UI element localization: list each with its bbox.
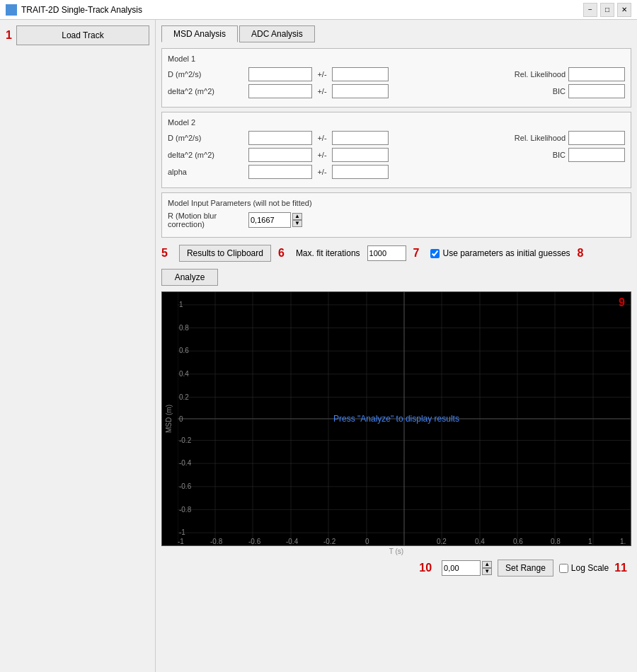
model2-alpha-pm-input[interactable] [332, 165, 389, 179]
chart-message: Press "Analyze" to display results [333, 414, 459, 424]
svg-text:-0.4: -0.4 [286, 538, 298, 545]
model2-rel-group: Rel. Likelihood [515, 131, 625, 145]
range-spin-up[interactable]: ▲ [482, 561, 492, 568]
model1-rel-input[interactable] [568, 67, 625, 81]
chart-y-label: MSD (m) [165, 405, 173, 433]
load-track-button[interactable]: Load Track [16, 25, 149, 45]
model1-d-input[interactable] [248, 67, 312, 81]
use-params-label: Use parameters as initial guesses [442, 248, 570, 258]
svg-text:1.: 1. [620, 538, 626, 545]
model1-rellikelihood-group: Rel. Likelihood [515, 67, 625, 81]
model1-delta-input[interactable] [248, 84, 312, 98]
svg-text:-0.2: -0.2 [179, 436, 191, 444]
badge-10: 10 [419, 562, 432, 574]
model1-label: Model 1 [168, 54, 625, 63]
svg-text:-0.6: -0.6 [179, 482, 191, 490]
main-layout: 1 Load Track MSD Analysis ADC Analysis M… [0, 20, 637, 672]
analyze-button[interactable]: Analyze [161, 269, 218, 286]
toolbar-row: 5 Results to Clipboard 6 Max. fit iterat… [161, 245, 631, 286]
model-input-r-row: R (Motion blur correction) ▲ ▼ [168, 212, 625, 228]
model2-d-row: D (m^2/s) +/- Rel. Likelihood [168, 131, 625, 145]
right-panel: MSD Analysis ADC Analysis Model 1 D (m^2… [156, 20, 637, 672]
model1-delta-pm: +/- [315, 87, 329, 95]
use-params-checkbox[interactable] [430, 249, 440, 258]
app-icon [6, 4, 17, 16]
model1-d-row: D (m^2/s) +/- Rel. Likelihood [168, 67, 625, 81]
model1-delta-label: delta^2 (m^2) [168, 87, 246, 95]
range-spinbox[interactable]: ▲ ▼ [442, 560, 492, 576]
svg-text:0.2: 0.2 [179, 393, 189, 400]
badge-5: 5 [161, 247, 168, 260]
model2-bic-group: BIC [553, 148, 625, 162]
badge-8: 8 [578, 247, 584, 260]
max-iter-input[interactable] [367, 245, 406, 261]
model2-label: Model 2 [168, 118, 625, 127]
badge-9: 9 [619, 296, 625, 309]
model2-bic-input[interactable] [568, 148, 625, 162]
model1-bic-group: BIC [553, 84, 625, 98]
svg-text:1: 1 [588, 538, 592, 545]
svg-text:-0.8: -0.8 [210, 538, 222, 545]
model1-bic-input[interactable] [568, 84, 625, 98]
model2-delta-row: delta^2 (m^2) +/- BIC [168, 148, 625, 162]
model1-bic-label: BIC [553, 87, 566, 95]
r-spinbox[interactable]: ▲ ▼ [248, 212, 302, 228]
svg-text:0.6: 0.6 [513, 538, 523, 545]
model2-d-input[interactable] [248, 131, 312, 145]
tab-adc[interactable]: ADC Analysis [239, 25, 315, 42]
model2-alpha-input[interactable] [248, 165, 312, 179]
log-scale-label: Log Scale [571, 563, 609, 573]
tab-msd[interactable]: MSD Analysis [161, 25, 238, 42]
model2-delta-pm-input[interactable] [332, 148, 389, 162]
svg-text:0.4: 0.4 [179, 370, 189, 378]
range-spin-down[interactable]: ▼ [482, 568, 492, 575]
svg-text:-1: -1 [179, 528, 185, 536]
results-clipboard-button[interactable]: Results to Clipboard [179, 245, 271, 262]
svg-text:0.4: 0.4 [475, 538, 485, 545]
model2-wrapper: Model 2 D (m^2/s) +/- Rel. Likelihood de… [161, 112, 631, 188]
minimize-button[interactable]: − [583, 3, 597, 17]
model1-delta-row: delta^2 (m^2) +/- BIC [168, 84, 625, 98]
r-spin-buttons: ▲ ▼ [292, 213, 302, 227]
model2-section: Model 2 D (m^2/s) +/- Rel. Likelihood de… [161, 112, 631, 188]
max-iter-label: Max. fit iterations [296, 248, 360, 258]
r-spin-down[interactable]: ▼ [292, 220, 302, 227]
model2-d-label: D (m^2/s) [168, 134, 246, 142]
use-params-group: Use parameters as initial guesses [430, 248, 570, 258]
model2-rel-input[interactable] [568, 131, 625, 145]
badge-1: 1 [6, 29, 12, 42]
model-input-section: Model Input Parameters (will not be fitt… [161, 192, 631, 238]
svg-text:0: 0 [365, 538, 369, 545]
svg-text:0: 0 [179, 415, 183, 423]
svg-text:-0.8: -0.8 [179, 505, 191, 513]
svg-text:-1: -1 [178, 538, 184, 545]
chart-area: MSD (m) [161, 291, 631, 546]
model2-alpha-row: alpha +/- [168, 165, 625, 179]
badge-11: 11 [614, 562, 627, 574]
bottom-controls: 10 ▲ ▼ Set Range Log Scale 11 [161, 560, 631, 577]
model2-delta-pm: +/- [315, 151, 329, 159]
model-input-label: Model Input Parameters (will not be fitt… [168, 199, 625, 207]
close-button[interactable]: ✕ [617, 3, 631, 17]
model2-alpha-label: alpha [168, 168, 246, 176]
set-range-button[interactable]: Set Range [498, 560, 553, 577]
badge-6: 6 [278, 247, 285, 260]
window-title: TRAIT-2D Single-Track Analysis [21, 5, 579, 15]
model1-d-pm: +/- [315, 70, 329, 79]
tabs-container: MSD Analysis ADC Analysis [161, 25, 631, 42]
model1-delta-pm-input[interactable] [332, 84, 389, 98]
model1-wrapper: Model 1 D (m^2/s) +/- Rel. Likelihood de… [161, 48, 631, 108]
svg-text:0.8: 0.8 [551, 538, 561, 545]
model2-d-pm-input[interactable] [332, 131, 389, 145]
r-spin-up[interactable]: ▲ [292, 213, 302, 220]
log-scale-checkbox[interactable] [559, 564, 568, 573]
model1-section: Model 1 D (m^2/s) +/- Rel. Likelihood de… [161, 48, 631, 108]
model2-delta-input[interactable] [248, 148, 312, 162]
svg-text:-0.4: -0.4 [179, 459, 191, 467]
chart-container: MSD (m) [161, 291, 631, 555]
range-value-input[interactable] [442, 560, 481, 576]
model1-d-pm-input[interactable] [332, 67, 389, 81]
r-value-input[interactable] [248, 212, 291, 228]
svg-text:-0.2: -0.2 [323, 538, 335, 545]
maximize-button[interactable]: □ [600, 3, 614, 17]
